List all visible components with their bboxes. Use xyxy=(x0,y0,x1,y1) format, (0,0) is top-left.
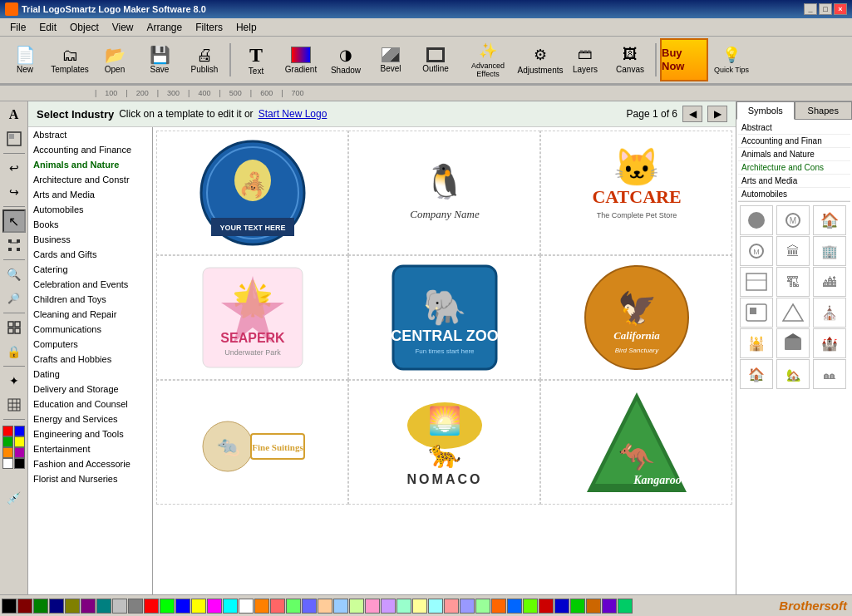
logo-cell-4[interactable]: 🌟 ⭐ SEAPERK Underwater Park xyxy=(156,255,348,380)
right-category-item[interactable]: Accounting and Finan xyxy=(738,135,850,148)
color-swatch[interactable] xyxy=(460,599,475,614)
color-red[interactable] xyxy=(2,426,13,436)
symbol-cell[interactable] xyxy=(740,205,773,235)
color-swatch[interactable] xyxy=(81,599,96,614)
canvas-button[interactable]: 🖼 Canvas xyxy=(608,38,652,81)
outline-button[interactable]: Outline xyxy=(414,38,457,81)
shadow-button[interactable]: ◑ Shadow xyxy=(324,38,367,81)
category-item-accounting[interactable]: Accounting and Finance xyxy=(28,142,152,157)
category-item-catering[interactable]: Catering xyxy=(28,262,152,277)
new-button[interactable]: 📄 New xyxy=(3,38,47,81)
logo-cell-1[interactable]: 🦂 🦂 YOUR TEXT HERE xyxy=(156,131,348,255)
color-swatch[interactable] xyxy=(349,599,364,614)
menu-object[interactable]: Object xyxy=(63,20,106,35)
category-item-celebration[interactable]: Celebration and Events xyxy=(28,277,152,292)
category-item-business[interactable]: Business xyxy=(28,232,152,247)
symbol-cell[interactable] xyxy=(776,298,810,328)
category-item-cleaning[interactable]: Cleaning and Repair xyxy=(28,307,152,322)
logo-cell-7[interactable]: 🐀 Fine Suitings xyxy=(156,380,348,505)
tool-undo[interactable]: ↩ xyxy=(2,156,26,180)
color-swatch[interactable] xyxy=(491,599,506,614)
color-swatch[interactable] xyxy=(96,599,111,614)
color-swatch[interactable] xyxy=(618,599,633,614)
color-swatch[interactable] xyxy=(144,599,159,614)
tool-text[interactable]: A xyxy=(2,103,26,126)
category-item-cards[interactable]: Cards and Gifts xyxy=(28,247,152,262)
symbol-cell[interactable] xyxy=(740,298,773,328)
color-swatch[interactable] xyxy=(207,599,222,614)
category-item-energy[interactable]: Energy and Services xyxy=(28,411,152,426)
symbol-cell[interactable] xyxy=(740,267,773,297)
color-swatch[interactable] xyxy=(160,599,175,614)
tool-lock[interactable]: 🔒 xyxy=(2,340,26,363)
minimize-btn[interactable]: _ xyxy=(804,3,817,15)
tool-group[interactable] xyxy=(2,316,26,339)
right-category-item[interactable]: Animals and Nature xyxy=(738,148,850,161)
tool-grid[interactable] xyxy=(2,393,26,416)
menu-help[interactable]: Help xyxy=(229,20,263,35)
menu-edit[interactable]: Edit xyxy=(32,20,63,35)
start-new-logo-link[interactable]: Start New Logo xyxy=(259,108,328,120)
color-swatch[interactable] xyxy=(523,599,538,614)
color-swatch[interactable] xyxy=(239,599,254,614)
category-item-engineering[interactable]: Engineering and Tools xyxy=(28,426,152,441)
close-btn[interactable]: × xyxy=(834,3,847,15)
color-swatch[interactable] xyxy=(49,599,64,614)
symbol-cell[interactable] xyxy=(776,328,810,358)
tool-zoom-out[interactable]: 🔎 xyxy=(2,287,26,310)
menu-filters[interactable]: Filters xyxy=(189,20,229,35)
category-item-animals[interactable]: Animals and Nature xyxy=(28,157,152,172)
category-item-architecture[interactable]: Architecture and Constr xyxy=(28,172,152,187)
category-item-fashion[interactable]: Fashion and Accessorie xyxy=(28,456,152,471)
category-item-crafts[interactable]: Crafts and Hobbies xyxy=(28,352,152,367)
advanced-effects-button[interactable]: ✨ Advanced Effects xyxy=(459,38,517,81)
logo-cell-5[interactable]: 🐘 CENTRAL ZOO Fun times start here xyxy=(348,255,540,380)
color-swatch[interactable] xyxy=(191,599,206,614)
quick-tips-button[interactable]: 💡 Quick Tips xyxy=(710,38,753,81)
color-swatch[interactable] xyxy=(570,599,585,614)
color-swatch[interactable] xyxy=(381,599,396,614)
open-button[interactable]: 📂 Open xyxy=(93,38,136,81)
color-yellow[interactable] xyxy=(14,436,25,447)
symbol-cell[interactable]: 🏠 xyxy=(813,205,846,235)
color-swatch[interactable] xyxy=(286,599,301,614)
category-item-automobiles[interactable]: Automobiles xyxy=(28,202,152,217)
tool-redo[interactable]: ↪ xyxy=(2,180,26,204)
right-category-item[interactable]: Architecture and Cons xyxy=(738,161,850,175)
tab-shapes[interactable]: Shapes xyxy=(795,101,853,120)
color-swatch[interactable] xyxy=(507,599,522,614)
symbol-cell[interactable]: 🏠 xyxy=(740,359,773,389)
color-swatch[interactable] xyxy=(128,599,143,614)
publish-button[interactable]: 🖨 Publish xyxy=(183,38,226,81)
eyedropper-tool[interactable]: 💉 xyxy=(2,486,26,510)
symbol-cell[interactable]: 🕌 xyxy=(740,328,773,358)
color-black[interactable] xyxy=(14,458,25,469)
color-swatch[interactable] xyxy=(554,599,569,614)
color-swatch[interactable] xyxy=(112,599,127,614)
right-category-item[interactable]: Automobiles xyxy=(738,188,850,201)
tab-symbols[interactable]: Symbols xyxy=(736,101,795,120)
logo-cell-3[interactable]: 🐱 CATCARE The Complete Pet Store xyxy=(540,131,732,255)
next-page-button[interactable]: ▶ xyxy=(707,106,727,122)
color-green[interactable] xyxy=(2,436,13,447)
prev-page-button[interactable]: ◀ xyxy=(682,106,702,122)
symbol-cell[interactable]: 🏢 xyxy=(813,236,846,266)
color-swatch[interactable] xyxy=(302,599,317,614)
symbol-cell[interactable]: 🏙 xyxy=(813,267,846,297)
color-orange[interactable] xyxy=(2,447,13,458)
category-item-books[interactable]: Books xyxy=(28,217,152,232)
logo-cell-9[interactable]: 🦘 Kangaroo xyxy=(540,380,732,505)
color-swatch[interactable] xyxy=(65,599,80,614)
symbol-cell[interactable]: ⛪ xyxy=(813,298,846,328)
color-swatch[interactable] xyxy=(33,599,48,614)
bevel-button[interactable]: Bevel xyxy=(369,38,412,81)
color-swatch[interactable] xyxy=(223,599,238,614)
maximize-btn[interactable]: □ xyxy=(819,3,832,15)
tool-select[interactable]: ↖ xyxy=(2,209,26,233)
logo-cell-8[interactable]: ☀ 🌅 🐆 NOMACO xyxy=(348,380,540,505)
tool-effects[interactable]: ✦ xyxy=(2,369,26,392)
category-item-entertainment[interactable]: Entertainment xyxy=(28,441,152,456)
color-swatch[interactable] xyxy=(475,599,490,614)
symbol-cell[interactable]: M xyxy=(740,236,773,266)
category-item-dating[interactable]: Dating xyxy=(28,367,152,382)
